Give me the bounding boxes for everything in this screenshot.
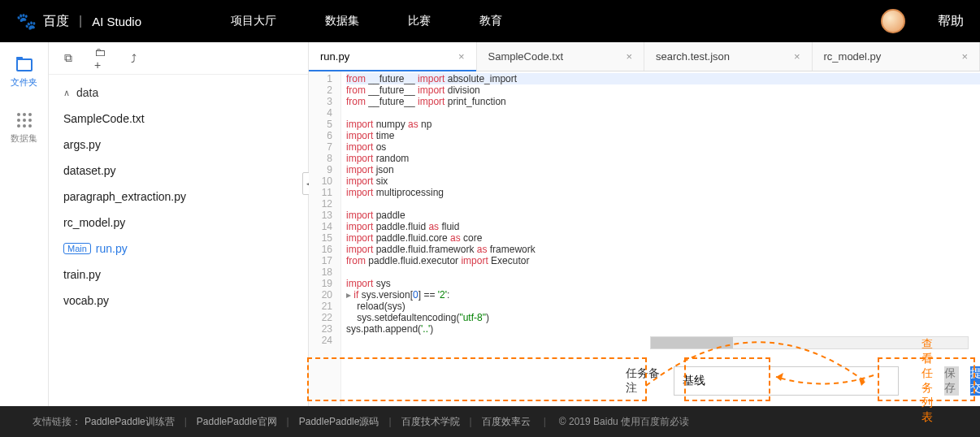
task-note-input[interactable] [674, 366, 899, 396]
rail-files[interactable]: 文件夹 [11, 58, 37, 89]
tree-file[interactable]: SampleCode.txt [49, 106, 308, 132]
close-icon[interactable]: × [961, 50, 968, 63]
file-tree: ⧉ 🗀+ ⤴ ∧dataSampleCode.txtargs.pydataset… [49, 42, 309, 406]
rail-datasets[interactable]: 数据集 [11, 113, 37, 145]
task-note-group: 任务备注 [626, 366, 899, 396]
footer-link[interactable]: 百度技术学院 [401, 416, 460, 427]
footer-links: PaddlePaddle训练营|PaddlePaddle官网|PaddlePad… [85, 415, 531, 429]
footer-link[interactable]: PaddlePaddle源码 [299, 416, 379, 427]
tree-file[interactable]: train.py [49, 262, 308, 288]
tree-body: ∧dataSampleCode.txtargs.pydataset.pypara… [49, 75, 308, 406]
editor-tabs: run.py×SampleCode.txt×search.test.json×r… [309, 42, 980, 71]
folder-icon [16, 58, 33, 71]
submit-button[interactable]: 提 交 [970, 366, 980, 396]
main: 文件夹 数据集 ⧉ 🗀+ ⤴ ∧dataSampleCode.txtargs.p… [0, 42, 980, 406]
bottom-bar: 任务备注 查看任务列表 保存 提 交 [618, 356, 973, 406]
close-icon[interactable]: × [626, 50, 632, 63]
footer-label: 友情链接： [33, 415, 81, 429]
editor-tab[interactable]: rc_model.py× [813, 42, 981, 71]
nav-competitions[interactable]: 比赛 [408, 14, 431, 28]
new-file-icon[interactable]: ⧉ [62, 52, 75, 65]
tree-file[interactable]: paragraph_extraction.py [49, 184, 308, 210]
tree-file[interactable]: dataset.py [49, 158, 308, 184]
help-link[interactable]: 帮助 [938, 13, 964, 30]
tab-label: rc_model.py [824, 50, 882, 63]
footer-link[interactable]: 百度效率云 [482, 416, 531, 427]
header: 🐾 百度 | AI Studio 项目大厅 数据集 比赛 教育 帮助 [0, 0, 980, 42]
view-tasks-link[interactable]: 查看任务列表 [921, 337, 933, 425]
left-rail: 文件夹 数据集 [0, 42, 49, 406]
logo[interactable]: 🐾 百度 | AI Studio [16, 11, 141, 31]
tree-folder[interactable]: ∧data [49, 80, 308, 106]
avatar[interactable] [881, 9, 905, 33]
baidu-text: 百度 [43, 13, 69, 30]
rail-files-label: 文件夹 [11, 76, 37, 89]
editor-tab[interactable]: SampleCode.txt× [477, 42, 645, 71]
tab-label: search.test.json [656, 50, 730, 63]
rail-data-label: 数据集 [11, 132, 37, 145]
editor-tab[interactable]: run.py× [309, 42, 477, 71]
new-folder-icon[interactable]: 🗀+ [94, 52, 107, 65]
logo-divider: | [79, 14, 82, 28]
header-right: 帮助 [881, 9, 964, 33]
tree-toolbar: ⧉ 🗀+ ⤴ [49, 42, 308, 75]
footer-link[interactable]: PaddlePaddle训练营 [85, 416, 175, 427]
close-icon[interactable]: × [458, 50, 465, 63]
footer: 友情链接： PaddlePaddle训练营|PaddlePaddle官网|Pad… [0, 406, 980, 437]
upload-icon[interactable]: ⤴ [127, 52, 140, 65]
tree-file[interactable]: Mainrun.py [49, 236, 308, 262]
tree-file[interactable]: vocab.py [49, 288, 308, 314]
tab-label: SampleCode.txt [488, 50, 564, 63]
task-note-label: 任务备注 [626, 366, 666, 396]
nav-datasets[interactable]: 数据集 [325, 14, 359, 28]
studio-text: AI Studio [92, 15, 141, 28]
chevron-icon: ∧ [63, 88, 70, 98]
close-icon[interactable]: × [794, 50, 800, 63]
editor-tab[interactable]: search.test.json× [644, 42, 813, 71]
footer-link[interactable]: PaddlePaddle官网 [197, 416, 277, 427]
nav-projects[interactable]: 项目大厅 [231, 14, 276, 28]
baidu-paw-icon: 🐾 [16, 11, 37, 31]
save-button[interactable]: 保存 [944, 366, 959, 396]
dataset-icon [17, 113, 32, 128]
footer-copyright: © 2019 Baidu 使用百度前必读 [559, 415, 689, 429]
editor-area: ◂ run.py×SampleCode.txt×search.test.json… [309, 42, 980, 406]
tab-label: run.py [320, 50, 349, 63]
nav-education[interactable]: 教育 [479, 14, 502, 28]
line-gutter: 123456789101112131415161718192021222324 [309, 71, 341, 406]
tree-file[interactable]: rc_model.py [49, 210, 308, 236]
tree-file[interactable]: args.py [49, 132, 308, 158]
main-badge: Main [63, 243, 91, 254]
nav: 项目大厅 数据集 比赛 教育 [231, 14, 502, 28]
scrollbar-thumb[interactable] [651, 337, 733, 348]
